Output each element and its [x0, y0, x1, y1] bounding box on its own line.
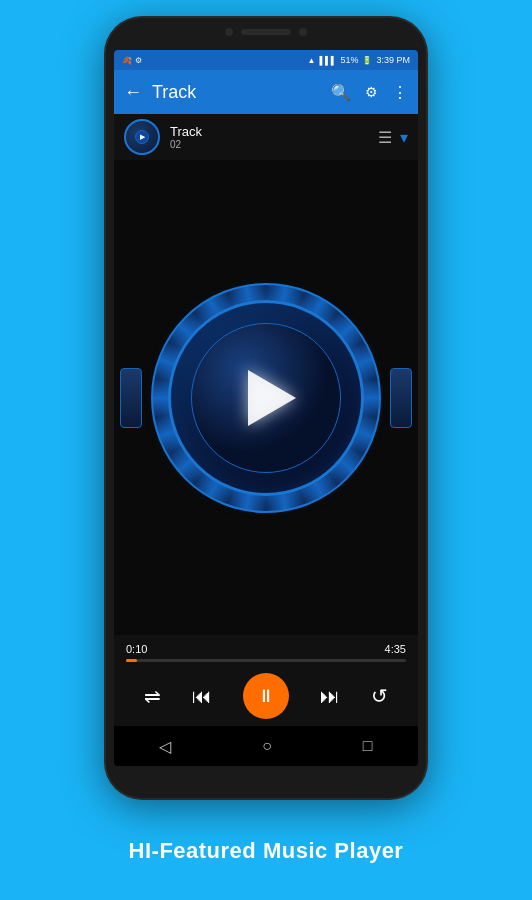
equalizer-icon[interactable]: ⚙	[365, 84, 378, 100]
nav-bar: ◁ ○ □	[114, 726, 418, 766]
back-button[interactable]: ←	[124, 82, 142, 103]
current-time: 0:10	[126, 643, 147, 655]
nav-recent-button[interactable]: □	[363, 737, 373, 755]
mini-play-icon: ▶	[140, 133, 145, 141]
app-bar: ← Track 🔍 ⚙ ⋮	[114, 70, 418, 114]
signal-icon: ▌▌▌	[319, 56, 336, 65]
play-triangle-icon[interactable]	[248, 370, 296, 426]
side-tab-left	[120, 368, 142, 428]
side-tab-right	[390, 368, 412, 428]
notification-icon: 🍂	[122, 56, 132, 65]
progress-bar-fill	[126, 659, 137, 662]
status-bar: 🍂 ⚙ ▲ ▌▌▌ 51% 🔋 3:39 PM	[114, 50, 418, 70]
album-art	[114, 160, 418, 635]
mini-disk-inner: ▶	[135, 130, 149, 144]
status-time: 3:39 PM	[376, 55, 410, 65]
shuffle-button[interactable]: ⇌	[144, 684, 161, 708]
big-disk[interactable]	[151, 283, 381, 513]
nav-back-button[interactable]: ◁	[159, 737, 171, 756]
pause-icon: ⏸	[257, 686, 275, 707]
bottom-banner: HI-Featured Music Player	[0, 798, 532, 900]
battery-percent: 51%	[340, 55, 358, 65]
middle-ring	[168, 300, 364, 496]
track-text: Track 02	[170, 124, 368, 150]
front-camera	[225, 28, 233, 36]
track-row-icons: ☰ ▾	[378, 128, 408, 147]
track-name: Track	[170, 124, 368, 139]
phone-top	[225, 28, 307, 36]
prev-button[interactable]: ⏮	[192, 685, 212, 708]
track-info-row: ▶ Track 02 ☰ ▾	[114, 114, 418, 160]
track-number: 02	[170, 139, 368, 150]
app-icon: ⚙	[135, 56, 142, 65]
search-icon[interactable]: 🔍	[331, 83, 351, 102]
progress-area: 0:10 4:35	[114, 635, 418, 666]
mini-disk: ▶	[124, 119, 160, 155]
banner-text: HI-Featured Music Player	[129, 838, 404, 864]
inner-ring	[191, 323, 341, 473]
phone-shell: 🍂 ⚙ ▲ ▌▌▌ 51% 🔋 3:39 PM ← Track 🔍 ⚙ ⋮	[106, 18, 426, 798]
status-right: ▲ ▌▌▌ 51% 🔋 3:39 PM	[308, 55, 410, 65]
battery-icon: 🔋	[362, 56, 372, 65]
total-time: 4:35	[385, 643, 406, 655]
front-sensor	[299, 28, 307, 36]
progress-bar-bg[interactable]	[126, 659, 406, 662]
more-icon[interactable]: ⋮	[392, 83, 408, 102]
nav-home-button[interactable]: ○	[262, 737, 272, 755]
phone-screen: 🍂 ⚙ ▲ ▌▌▌ 51% 🔋 3:39 PM ← Track 🔍 ⚙ ⋮	[114, 50, 418, 766]
controls: ⇌ ⏮ ⏸ ⏭ ↺	[114, 666, 418, 726]
dropdown-icon[interactable]: ▾	[400, 128, 408, 147]
app-bar-title: Track	[152, 82, 321, 103]
app-bar-icons: 🔍 ⚙ ⋮	[331, 83, 408, 102]
progress-times: 0:10 4:35	[126, 643, 406, 655]
next-button[interactable]: ⏭	[320, 685, 340, 708]
earpiece-speaker	[241, 29, 291, 35]
status-left: 🍂 ⚙	[122, 56, 142, 65]
wifi-icon: ▲	[308, 56, 316, 65]
repeat-button[interactable]: ↺	[371, 684, 388, 708]
pause-button[interactable]: ⏸	[243, 673, 289, 719]
list-icon[interactable]: ☰	[378, 128, 392, 147]
